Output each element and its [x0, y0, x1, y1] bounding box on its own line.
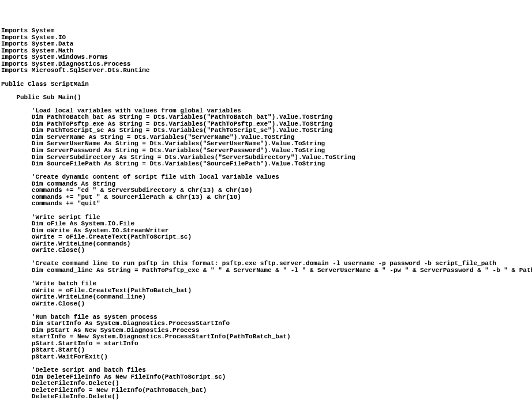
code-line: Imports Microsoft.SqlServer.Dts.Runtime: [1, 67, 531, 74]
code-line: Public Sub Main(): [1, 95, 531, 101]
code-line: Dim SourceFilePath As String = Dts.Varia…: [1, 161, 531, 168]
code-line: Imports System.Data: [1, 41, 531, 48]
code-line: DeleteFileInfo.Delete(): [1, 394, 531, 401]
code-line: pStart.WaitForExit(): [1, 354, 531, 361]
code-line: Imports System.IO: [1, 35, 531, 41]
code-line: oWrite = oFile.CreateText(PathToScript_s…: [1, 234, 531, 241]
code-line: Public Class ScriptMain: [1, 81, 531, 88]
code-line: DeleteFileInfo.Delete(): [1, 380, 531, 387]
code-block: Imports SystemImports System.IOImports S…: [1, 28, 531, 404]
code-line: 'Delete script and batch files: [1, 367, 531, 374]
code-line: oWrite.WriteLine(command_line): [1, 294, 531, 301]
code-line: oWrite.Close(): [1, 301, 531, 308]
code-line: oWrite.Close(): [1, 247, 531, 254]
code-line: Dim ServerPassword As String = Dts.Varia…: [1, 148, 531, 154]
code-line: Dim oFile As System.IO.File: [1, 221, 531, 228]
code-line: [1, 88, 531, 95]
code-line: Dim command_line As String = PathToPsftp…: [1, 267, 531, 274]
code-line: [1, 207, 531, 214]
code-line: [1, 74, 531, 81]
code-line: 'Write batch file: [1, 281, 531, 288]
code-line: [1, 307, 531, 314]
code-line: [1, 401, 531, 404]
code-line: Imports System: [1, 28, 531, 35]
code-line: commands += "quit": [1, 201, 531, 207]
